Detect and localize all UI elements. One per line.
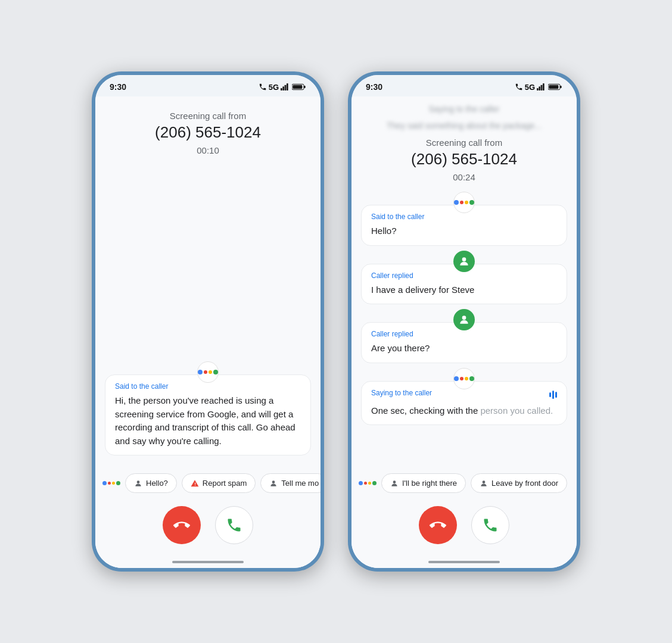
chat-bubble-label-hello: Said to the caller	[371, 213, 557, 221]
call-header-2: Saying to the caller They said something…	[351, 96, 577, 187]
chat-item-google-onesec: Saying to the caller One sec, checking w…	[361, 368, 567, 426]
chat-item-google-hello: Said to the caller Hello?	[361, 192, 567, 246]
home-bar-1	[172, 561, 244, 563]
person-icon-1	[134, 479, 142, 488]
dot-yellow-2a	[465, 201, 468, 204]
phone-1: 9:30 5G	[92, 71, 324, 572]
chat-bubble-label-1: Said to the caller	[115, 382, 301, 391]
chip-right-there-label: I'll be right there	[402, 479, 457, 488]
status-time-2: 9:30	[366, 82, 382, 92]
end-call-icon-1	[173, 517, 190, 533]
mini-dot-green	[116, 481, 120, 485]
mini-dot-yellow-2	[368, 482, 371, 485]
status-icons-2: 5G	[515, 83, 562, 92]
battery-icon-2	[548, 83, 562, 91]
call-timer-2: 00:24	[363, 172, 565, 182]
status-bar-1: 9:30 5G	[95, 75, 321, 96]
faded-text: person you called.	[480, 405, 553, 416]
caller-avatar-2	[453, 309, 475, 330]
end-call-button-2[interactable]	[419, 506, 457, 544]
chip-hello[interactable]: Hello?	[125, 473, 177, 493]
home-bar-2	[428, 561, 500, 563]
dot-red-2a	[460, 201, 463, 204]
google-avatar-2b	[453, 368, 475, 389]
svg-rect-0	[281, 88, 282, 90]
blurred-text-1: Saying to the caller	[363, 101, 565, 118]
chip-tell-me[interactable]: Tell me mo	[260, 473, 321, 493]
suggestion-area-2: I'll be right there Leave by front door	[351, 467, 577, 499]
chip-report-spam[interactable]: Report spam	[182, 473, 256, 493]
dot-red	[204, 370, 207, 374]
suggestion-area-1: Hello? Report spam Tell me mo	[95, 467, 321, 499]
phones-container: 9:30 5G	[68, 48, 604, 595]
svg-rect-12	[543, 83, 545, 90]
svg-point-7	[137, 480, 140, 483]
spacer-1	[95, 165, 321, 361]
chip-spam-label: Report spam	[203, 479, 247, 488]
phone-icon-2	[515, 83, 523, 91]
dot-blue	[198, 370, 203, 374]
audio-bar-1	[549, 392, 551, 397]
google-mini-2	[359, 481, 377, 485]
mini-dot-green-2	[372, 481, 377, 485]
chat-bubble-text-hello: Hello?	[371, 224, 557, 238]
svg-rect-10	[539, 86, 540, 90]
chat-bubble-text-delivery: I have a delivery for Steve	[371, 283, 557, 297]
svg-rect-2	[285, 85, 287, 90]
chat-container-1: Said to the caller Hi, the person you've…	[95, 361, 321, 467]
battery-icon-1	[292, 83, 306, 91]
chat-item-caller-there: Caller replied Are you there?	[361, 309, 567, 363]
google-avatar-1	[197, 361, 219, 383]
5g-label-2: 5G	[525, 83, 535, 92]
answer-call-button-1[interactable]	[215, 506, 253, 544]
svg-point-19	[483, 480, 486, 483]
mini-dot-blue-2	[359, 481, 363, 485]
chat-item-caller-delivery: Caller replied I have a delivery for Ste…	[361, 251, 567, 305]
dot-yellow	[209, 370, 212, 374]
chip-be-right-there[interactable]: I'll be right there	[381, 473, 466, 493]
end-call-icon-2	[430, 517, 446, 533]
dot-green-2a	[469, 200, 474, 205]
screening-label-1: Screening call from	[107, 111, 309, 121]
svg-rect-1	[282, 86, 284, 90]
blurred-text-2: They said something about the package...	[363, 118, 565, 135]
svg-point-17	[462, 316, 466, 320]
call-header-1: Screening call from (206) 565-1024 00:10	[95, 96, 321, 165]
phone-number-1: (206) 565-1024	[107, 123, 309, 142]
svg-rect-11	[541, 85, 543, 90]
signal-icon-1	[281, 83, 290, 91]
signal-icon-2	[537, 83, 546, 91]
dot-blue-2b	[454, 376, 459, 381]
screening-label-2: Screening call from	[363, 138, 565, 148]
home-indicator-1	[95, 556, 321, 568]
svg-rect-15	[549, 85, 558, 89]
google-dots-1	[198, 370, 218, 374]
svg-rect-5	[304, 86, 306, 88]
chat-item-1: Said to the caller Hi, the person you've…	[105, 361, 311, 455]
call-actions-1	[95, 499, 321, 556]
dot-blue-2a	[454, 200, 459, 205]
svg-rect-6	[293, 85, 302, 89]
answer-call-button-2[interactable]	[471, 506, 509, 544]
phone-number-2: (206) 565-1024	[363, 150, 565, 168]
google-dots-2a	[454, 200, 474, 205]
person-icon-2	[269, 479, 278, 488]
saying-header: Saying to the caller	[371, 389, 557, 401]
svg-rect-14	[560, 86, 562, 88]
phone-icon	[259, 83, 267, 91]
phone-2: 9:30 5G	[348, 71, 580, 572]
end-call-button-1[interactable]	[163, 506, 201, 544]
chip-front-door-label: Leave by front door	[491, 479, 558, 488]
chat-bubble-label-onesec: Saying to the caller	[371, 389, 432, 397]
svg-point-16	[462, 257, 466, 261]
svg-rect-9	[537, 88, 539, 90]
svg-point-8	[272, 480, 275, 483]
dot-yellow-2b	[465, 377, 468, 380]
chip-leave-front-door[interactable]: Leave by front door	[471, 473, 567, 493]
phone-1-content: Screening call from (206) 565-1024 00:10	[95, 96, 321, 568]
chat-bubble-text-1: Hi, the person you've reached is using a…	[115, 394, 301, 448]
google-avatar-2a	[453, 192, 475, 213]
chip-hello-label: Hello?	[146, 479, 168, 488]
audio-bar-2	[552, 391, 554, 399]
google-dots-2b	[454, 376, 474, 381]
